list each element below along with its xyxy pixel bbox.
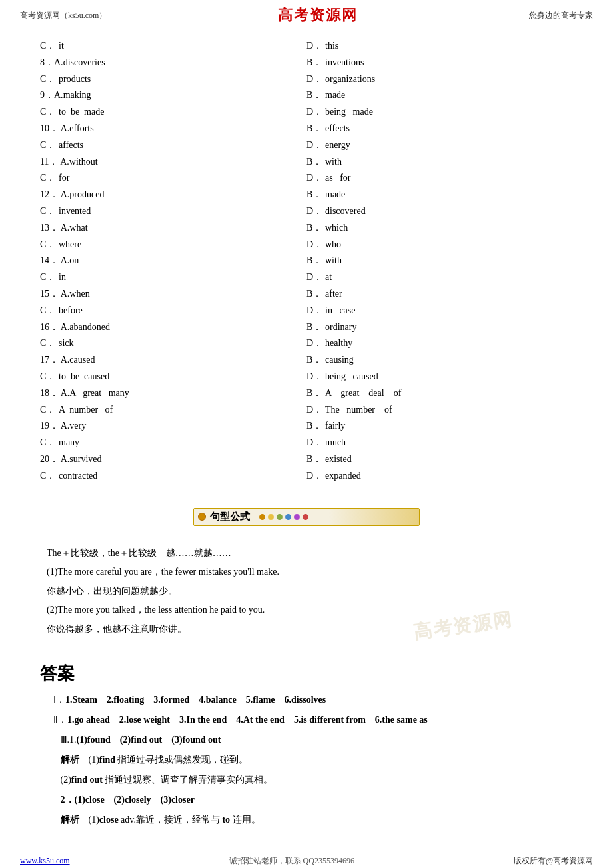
qa-label: C． bbox=[40, 369, 59, 385]
qa-text: sick bbox=[59, 335, 74, 351]
qa-label: C． bbox=[40, 335, 59, 351]
qa-row-c-it: C． it bbox=[40, 38, 306, 54]
qa-label: B． bbox=[306, 220, 325, 236]
header-right: 您身边的高考专家 bbox=[529, 10, 593, 21]
dot1 bbox=[259, 514, 265, 520]
qa-row-15c: C． before bbox=[40, 303, 306, 319]
qa-text: much bbox=[325, 435, 346, 451]
page-header: 高考资源网（ks5u.com） 高考资源网 您身边的高考专家 bbox=[0, 0, 613, 31]
qa-label: B． bbox=[306, 418, 325, 434]
qa-label: B． bbox=[306, 154, 325, 170]
qa-label: B． bbox=[306, 451, 325, 467]
qa-row-20d: D． expanded bbox=[306, 468, 573, 484]
qa-row-20c: C． contracted bbox=[40, 468, 306, 484]
qa-label: 9．A. bbox=[40, 87, 63, 103]
qa-row-14d: D． at bbox=[306, 269, 573, 285]
qa-text: who bbox=[325, 237, 341, 253]
dot-icon bbox=[198, 513, 206, 521]
qa-label: 20． A. bbox=[40, 451, 69, 467]
dot3 bbox=[277, 514, 283, 520]
qa-row-18c: C． A number of bbox=[40, 402, 306, 418]
qa-label: D． bbox=[306, 402, 325, 418]
qa-row-15d: D． in case bbox=[306, 303, 573, 319]
qa-text: this bbox=[325, 38, 338, 54]
qa-label: C． bbox=[40, 38, 59, 54]
qa-row-17b: B． causing bbox=[306, 352, 573, 368]
qa-label: 12． A. bbox=[40, 187, 69, 203]
qa-text: A number of bbox=[59, 402, 113, 418]
qa-text: affects bbox=[59, 137, 83, 153]
qa-row-12b: B． made bbox=[306, 187, 573, 203]
qa-label: D． bbox=[306, 104, 325, 120]
qa-text: for bbox=[59, 170, 69, 186]
answer-line-7: 解析 (1)close adv.靠近，接近，经常与 to 连用。 bbox=[53, 811, 573, 829]
qa-text: to be made bbox=[59, 104, 104, 120]
qa-row-14a: 14． A. on bbox=[40, 253, 306, 269]
qa-row-18d: D． The number of bbox=[306, 402, 573, 418]
dot2 bbox=[268, 514, 274, 520]
qa-text: products bbox=[59, 71, 91, 87]
qa-label: 16． A. bbox=[40, 319, 69, 335]
qa-label: B． bbox=[306, 187, 325, 203]
dot4 bbox=[285, 514, 291, 520]
qa-row-18a: 18． A. A great many bbox=[40, 385, 306, 401]
qa-row-11a: 11． A. without bbox=[40, 154, 306, 170]
qa-text: which bbox=[325, 220, 348, 236]
qa-label: C． bbox=[40, 303, 59, 319]
qa-label: B． bbox=[306, 253, 325, 269]
qa-label: C． bbox=[40, 468, 59, 484]
answers-section: 答案 Ⅰ．1.Steam 2.floating 3.formed 4.balan… bbox=[0, 655, 613, 844]
example2-zh: 你说得越多，他越不注意听你讲。 bbox=[47, 621, 573, 639]
qa-text: existed bbox=[325, 451, 352, 467]
qa-text: A great many bbox=[69, 385, 129, 401]
qa-label: C． bbox=[40, 137, 59, 153]
qa-row-10b: B． effects bbox=[306, 121, 573, 137]
qa-label: D． bbox=[306, 435, 325, 451]
qa-text: what bbox=[69, 220, 87, 236]
qa-text: many bbox=[59, 435, 79, 451]
qa-label: B． bbox=[306, 87, 325, 103]
qa-row-16c: C． sick bbox=[40, 335, 306, 351]
answers-content: Ⅰ．1.Steam 2.floating 3.formed 4.balance … bbox=[40, 691, 573, 829]
sentence-pattern-box: 句型公式 bbox=[193, 508, 420, 526]
qa-label: B． bbox=[306, 352, 325, 368]
qa-label: C． bbox=[40, 237, 59, 253]
qa-text: healthy bbox=[325, 335, 352, 351]
qa-label: 19． A. bbox=[40, 418, 69, 434]
qa-label: 10． A. bbox=[40, 121, 69, 137]
qa-text: in case bbox=[325, 303, 355, 319]
qa-text: abandoned bbox=[69, 319, 110, 335]
header-center: 高考资源网 bbox=[278, 5, 358, 25]
qa-row-16b: B． ordinary bbox=[306, 319, 573, 335]
qa-text: The number of bbox=[325, 402, 392, 418]
qa-text: made bbox=[325, 187, 345, 203]
qa-text: fairly bbox=[325, 418, 345, 434]
qa-text: without bbox=[69, 154, 98, 170]
qa-row-8b: B． inventions bbox=[306, 55, 573, 71]
qa-label: C． bbox=[40, 170, 59, 186]
formula-line: The＋比较级，the＋比较级 越……就越…… bbox=[47, 545, 573, 563]
qa-text: making bbox=[63, 87, 91, 103]
qa-label: B． bbox=[306, 286, 325, 302]
qa-text: expanded bbox=[325, 468, 361, 484]
qa-text: discoveries bbox=[63, 55, 105, 71]
qa-row-19a: 19． A. very bbox=[40, 418, 306, 434]
qa-text: made bbox=[325, 87, 345, 103]
qa-row-18: 18． A. A great many B． A great deal of bbox=[40, 385, 573, 401]
qa-text: where bbox=[59, 237, 81, 253]
qa-text: energy bbox=[325, 137, 350, 153]
qa-row-20b: B． existed bbox=[306, 451, 573, 467]
qa-row-11c: C． for bbox=[40, 170, 306, 186]
qa-row-14c: C． in bbox=[40, 269, 306, 285]
qa-row-11b: B． with bbox=[306, 154, 573, 170]
answers-title: 答案 bbox=[40, 662, 573, 685]
qa-row-15a: 15． A. when bbox=[40, 286, 306, 302]
answer-line-3: Ⅲ.1.(1)found (2)find out (3)found out bbox=[53, 731, 573, 749]
qa-row-d-this: D． this bbox=[306, 38, 573, 54]
qa-label: 15． A. bbox=[40, 286, 69, 302]
qa-text: contracted bbox=[59, 468, 97, 484]
dot6 bbox=[303, 514, 308, 520]
example2-en: (2)The more you talked，the less attentio… bbox=[47, 601, 573, 619]
footer-center: 诚招驻站老师，联系 QQ2355394696 bbox=[229, 855, 354, 867]
qa-text: at bbox=[325, 269, 332, 285]
